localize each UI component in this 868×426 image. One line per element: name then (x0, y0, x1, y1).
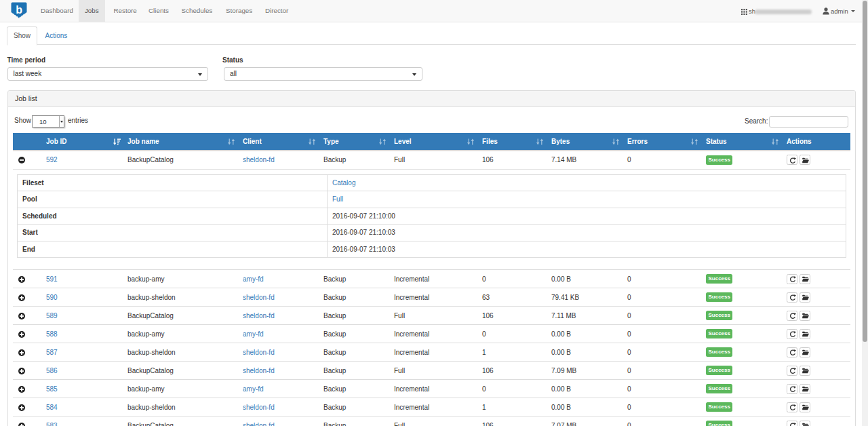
svg-text:b: b (16, 4, 22, 16)
